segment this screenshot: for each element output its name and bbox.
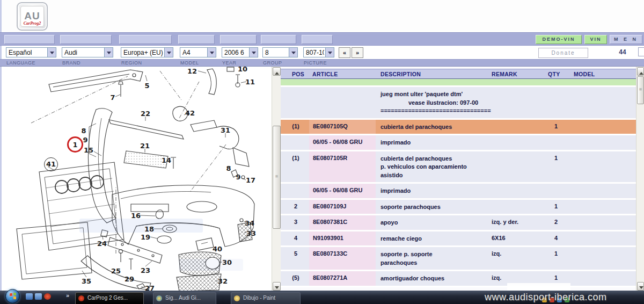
diagram-callout-7[interactable]: 7 (110, 93, 115, 102)
diagram-callout-25[interactable]: 25 (111, 267, 121, 275)
diagram-callout-23[interactable]: 23 (141, 266, 150, 274)
diagram-callout-17[interactable]: 17 (246, 176, 255, 184)
diagram-callout-35[interactable]: 35 (82, 277, 91, 285)
diagram-callout-9[interactable]: 9 (83, 136, 87, 144)
year-dropdown-arrow-icon[interactable] (249, 48, 258, 57)
diagram-callout-11[interactable]: 11 (245, 78, 255, 86)
table-row-8E0807105Q[interactable]: (1)8E0807105Qcubierta del parachoques1 (281, 120, 636, 136)
diagram-callout-16[interactable]: 16 (131, 212, 141, 220)
table-row-info[interactable]: jueg mont ulter 'paquete dtm'vease ilust… (281, 87, 636, 120)
description-line: apoyo (380, 219, 493, 227)
cell-description: remache ciego (380, 231, 493, 246)
diagram-callout-41[interactable]: 41 (44, 157, 58, 171)
cell-description: cubierta del parachoquesp. vehiculos con… (380, 151, 493, 183)
picture-dropdown[interactable]: 807-10 (303, 47, 334, 57)
diagram-callout-30[interactable]: 30 (222, 258, 232, 266)
diagram-scrollbar[interactable] (272, 67, 281, 291)
table-row-8E0807109J[interactable]: 28E0807109Jsoporte parachoques1 (281, 200, 636, 216)
taskbar-button-1[interactable]: CarProg 2 Ges... (75, 292, 144, 304)
vin-button[interactable]: VIN (584, 35, 607, 44)
model-dropdown-arrow-icon[interactable] (207, 48, 216, 57)
diagram-scrollbar-thumb[interactable] (273, 126, 281, 229)
diagram-callout-9[interactable]: 9 (236, 173, 240, 181)
diagram-callout-21[interactable]: 21 (140, 142, 150, 150)
diagram-callout-18[interactable]: 18 (144, 225, 154, 233)
catalog-app-window: AU CarProg2 DEMO-VIN VIN M E N U Español… (0, 0, 644, 304)
quick-launch-overflow-chevron[interactable]: » (66, 292, 69, 299)
region-dropdown-arrow-icon[interactable] (164, 48, 173, 57)
taskbar-button-2[interactable]: Sig... Audi Gi... (153, 292, 216, 304)
diagram-callout-8[interactable]: 8 (81, 127, 86, 135)
parts-diagram-panel: 1012115722423189121151441891716341833192… (0, 67, 272, 291)
model-dropdown[interactable]: A4 (180, 47, 216, 57)
quick-launch-window-icon[interactable] (26, 293, 33, 300)
brand-dropdown-arrow-icon[interactable] (104, 48, 113, 57)
table-header: POS ARTICLE DESCRIPTION REMARK QTY MODEL (281, 69, 636, 79)
table-row-green[interactable] (281, 79, 636, 87)
slot-box-model (178, 35, 215, 44)
watermark-backing (507, 283, 570, 291)
language-dropdown-arrow-icon[interactable] (47, 48, 56, 57)
taskbar-button-3[interactable]: Dibujo - Paint (231, 292, 301, 304)
diagram-callout-14[interactable]: 14 (162, 156, 171, 164)
diagram-callout-32[interactable]: 32 (218, 277, 228, 285)
language-dropdown[interactable]: Español (6, 47, 56, 57)
cell-article: 06/05 - 06/08 GRU (309, 135, 376, 150)
diagram-callout-10[interactable]: 10 (238, 67, 247, 73)
menu-button[interactable]: M E N U (610, 35, 642, 44)
group-dropdown[interactable]: 8 (262, 47, 298, 57)
slot-box-year (220, 35, 257, 44)
diagram-callout-8[interactable]: 8 (226, 164, 231, 172)
quick-launch-desktop-icon[interactable] (35, 293, 42, 300)
table-scrollbar-thumb[interactable] (637, 76, 644, 104)
diagram-callout-24[interactable]: 24 (97, 240, 107, 248)
logo-script-text: CarProg2 (21, 21, 43, 26)
start-button[interactable] (5, 289, 20, 303)
description-line: imprimado (380, 139, 493, 147)
table-scroll-up-button[interactable] (637, 67, 644, 76)
brand-dropdown[interactable]: Audi (62, 47, 113, 57)
diagram-callout-40[interactable]: 40 (213, 245, 222, 253)
diagram-scroll-up-button[interactable] (273, 67, 281, 76)
table-scroll-down-button[interactable] (637, 282, 644, 291)
group-dropdown-arrow-icon[interactable] (289, 48, 297, 57)
diagram-callout-1[interactable]: 1 (67, 136, 83, 153)
diagram-callout-5[interactable]: 5 (144, 82, 149, 90)
cell-description: soporte p. soporteparachoques (380, 247, 493, 270)
picture-dropdown-arrow-icon[interactable] (325, 48, 334, 57)
diagram-callout-34[interactable]: 34 (245, 219, 254, 227)
demo-vin-button[interactable]: DEMO-VIN (536, 35, 582, 44)
quick-launch-app-icon[interactable] (44, 293, 51, 300)
picture-prev-button[interactable]: « (339, 47, 350, 58)
table-row-06/05 - 06/08 GRU[interactable]: 06/05 - 06/08 GRUimprimado (281, 135, 636, 151)
diagram-callout-31[interactable]: 31 (221, 126, 230, 134)
col-header-model: MODEL (574, 71, 595, 77)
picture-next-button[interactable]: » (352, 47, 363, 58)
col-header-article: ARTICLE (312, 71, 338, 77)
cell-description: jueg mont ulter 'paquete dtm'vease ilust… (380, 87, 493, 118)
region-dropdown[interactable]: Europa+ (EU) (121, 47, 173, 57)
table-row-8E0807133C[interactable]: 58E0807133Csoporte p. soporteparachoques… (281, 247, 636, 271)
diagram-callout-22[interactable]: 22 (141, 110, 150, 118)
donate-button[interactable]: Donate (538, 48, 588, 58)
diagram-callout-42[interactable]: 42 (185, 109, 195, 117)
diagram-callout-15[interactable]: 15 (84, 146, 93, 154)
table-row-8E0807271A[interactable]: (5)8E0807271Aamortiguador choquesizq.1 (281, 271, 636, 287)
diagram-callout-29[interactable]: 29 (125, 275, 134, 283)
year-dropdown[interactable]: 2006 6 (222, 47, 258, 57)
cell-qty (548, 135, 564, 150)
diagram-scroll-down-button[interactable] (273, 282, 281, 291)
filter-label-year: YEAR (222, 60, 237, 66)
diagram-callout-33[interactable]: 33 (246, 229, 256, 237)
description-line: cubierta del parachoques (380, 155, 493, 163)
diagram-callout-12[interactable]: 12 (187, 67, 197, 75)
table-scrollbar[interactable] (636, 67, 644, 291)
cell-qty: 1 (548, 120, 564, 134)
table-row-8E0807105R[interactable]: (1)8E0807105Rcubierta del parachoquesp. … (281, 151, 636, 184)
table-row-8E0807381C[interactable]: 38E0807381Capoyoizq. y der.2 (281, 215, 636, 231)
diagram-callout-19[interactable]: 19 (141, 233, 150, 241)
table-row-N91093901[interactable]: 4N91093901remache ciego6X164 (281, 231, 636, 248)
cell-model (574, 231, 627, 246)
table-row-06/05 - 06/08 GRU[interactable]: 06/05 - 06/08 GRUimprimado (281, 184, 636, 200)
diagram-callout-27[interactable]: 27 (145, 284, 155, 292)
